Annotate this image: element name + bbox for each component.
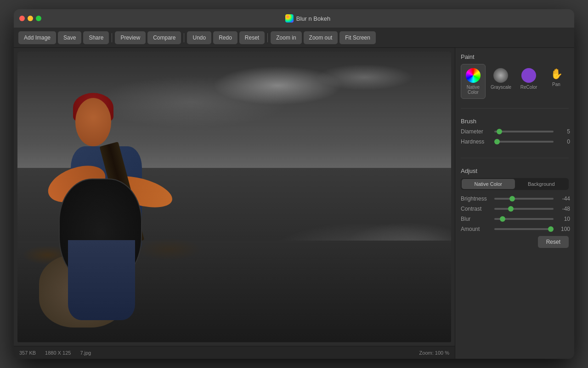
contrast-slider[interactable] <box>494 208 554 210</box>
brightness-value: -44 <box>557 196 570 202</box>
adjust-background-tab[interactable]: Background <box>515 179 568 189</box>
zoom-level: Zoom: 100 % <box>419 350 449 356</box>
toolbar-separator <box>112 33 112 42</box>
save-button[interactable]: Save <box>58 31 81 44</box>
undo-button[interactable]: Undo <box>187 31 211 44</box>
brush-section-title: Brush <box>461 118 569 125</box>
zoom-out-button[interactable]: Zoom out <box>304 31 338 44</box>
hardness-value: 0 <box>557 138 570 145</box>
zoom-in-button[interactable]: Zoom in <box>271 31 301 44</box>
title-bar: Blur n Bokeh <box>14 9 574 28</box>
recolor-icon <box>521 68 536 83</box>
contrast-label: Contrast <box>461 206 491 212</box>
right-panel: Paint Native Color Grayscale ReColor <box>455 48 574 359</box>
paint-section: Paint Native Color Grayscale ReColor <box>461 53 569 99</box>
legs <box>68 240 135 320</box>
brightness-row: Brightness -44 <box>461 196 569 202</box>
recolor-tool[interactable]: ReColor <box>516 64 541 99</box>
divider-2 <box>461 158 569 158</box>
blur-slider[interactable] <box>494 218 554 220</box>
contrast-row: Contrast -48 <box>461 206 569 212</box>
reset-toolbar-button[interactable]: Reset <box>239 31 265 44</box>
share-button[interactable]: Share <box>83 31 109 44</box>
grayscale-tool[interactable]: Grayscale <box>488 64 514 99</box>
brightness-label: Brightness <box>461 196 491 202</box>
minimize-button[interactable] <box>28 16 33 21</box>
amount-slider[interactable] <box>494 228 554 230</box>
hardness-slider[interactable] <box>494 141 554 143</box>
toolbar-separator-3 <box>267 33 268 42</box>
canvas-area: 357 KB 1880 X 125 7.jpg Zoom: 100 % <box>14 48 455 359</box>
pan-label: Pan <box>552 82 560 87</box>
add-image-button[interactable]: Add Image <box>18 31 56 44</box>
pan-tool[interactable]: ✋ Pan <box>544 64 569 99</box>
filename: 7.jpg <box>80 350 91 356</box>
paint-section-title: Paint <box>461 53 569 60</box>
amount-label: Amount <box>461 226 491 232</box>
native-color-tool[interactable]: Native Color <box>461 64 486 99</box>
window-title: Blur n Bokeh <box>296 15 330 22</box>
image-canvas <box>17 52 451 342</box>
adjust-section-title: Adjust <box>461 167 569 174</box>
toolbar: Add Image Save Share Preview Compare Und… <box>14 28 574 48</box>
blur-row: Blur 10 <box>461 216 569 222</box>
blur-value: 10 <box>557 216 570 222</box>
compare-button[interactable]: Compare <box>147 31 181 44</box>
adjust-native-color-tab[interactable]: Native Color <box>462 179 515 189</box>
traffic-lights <box>19 16 41 21</box>
image-container[interactable] <box>17 52 451 342</box>
hardness-label: Hardness <box>461 138 491 145</box>
main-window: Blur n Bokeh Add Image Save Share Previe… <box>14 9 574 359</box>
blur-label: Blur <box>461 216 491 222</box>
brush-section: Brush Diameter 5 Hardness 0 <box>461 118 569 149</box>
status-bar: 357 KB 1880 X 125 7.jpg Zoom: 100 % <box>14 346 455 359</box>
app-icon <box>285 14 294 23</box>
maximize-button[interactable] <box>36 16 41 21</box>
reset-btn-container: Reset <box>461 236 569 248</box>
grayscale-label: Grayscale <box>491 85 511 90</box>
main-content: 357 KB 1880 X 125 7.jpg Zoom: 100 % Pain… <box>14 48 574 359</box>
pan-icon: ✋ <box>550 68 563 80</box>
adjust-tabs: Native Color Background <box>461 178 569 190</box>
close-button[interactable] <box>19 16 25 21</box>
native-color-icon <box>466 68 481 83</box>
title-content: Blur n Bokeh <box>47 14 569 23</box>
diameter-slider[interactable] <box>494 131 554 132</box>
image-dimensions: 1880 X 125 <box>45 350 71 356</box>
hardness-row: Hardness 0 <box>461 138 569 145</box>
redo-button[interactable]: Redo <box>213 31 237 44</box>
diameter-value: 5 <box>557 128 570 135</box>
paint-tools: Native Color Grayscale ReColor ✋ Pan <box>461 64 569 99</box>
diameter-label: Diameter <box>461 128 491 135</box>
head <box>75 98 111 146</box>
grayscale-icon <box>493 68 508 83</box>
divider-1 <box>461 108 569 109</box>
amount-row: Amount 100 <box>461 226 569 232</box>
person-layer <box>35 66 273 334</box>
brightness-slider[interactable] <box>494 198 554 200</box>
contrast-value: -48 <box>557 206 570 212</box>
native-color-label: Native Color <box>463 85 483 95</box>
fit-screen-button[interactable]: Fit Screen <box>339 31 376 44</box>
file-size: 357 KB <box>19 350 36 356</box>
amount-value: 100 <box>557 226 570 232</box>
preview-button[interactable]: Preview <box>115 31 146 44</box>
adjust-reset-button[interactable]: Reset <box>538 236 569 248</box>
toolbar-separator-2 <box>184 33 184 42</box>
recolor-label: ReColor <box>520 85 537 90</box>
diameter-row: Diameter 5 <box>461 128 569 135</box>
adjust-section: Adjust Native Color Background Brightnes… <box>461 167 569 248</box>
